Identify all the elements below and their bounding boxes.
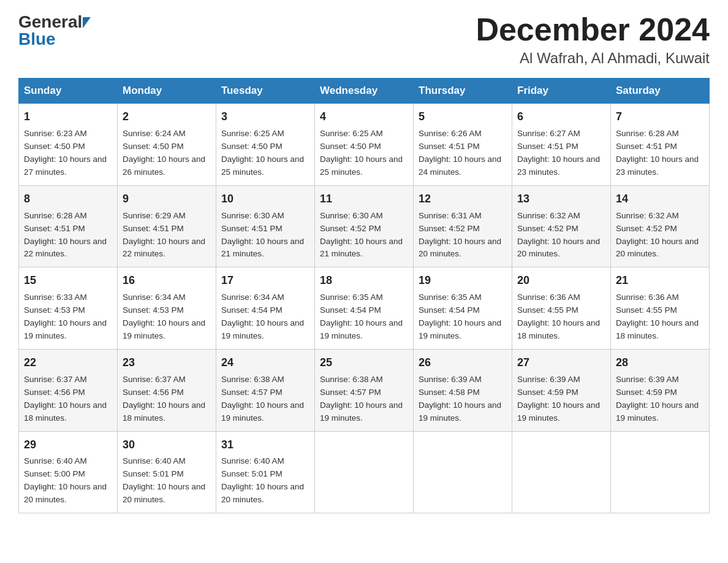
sunset-label: Sunset: 4:54 PM (419, 305, 480, 315)
daylight-label: Daylight: 10 hours and 21 minutes. (221, 237, 304, 259)
table-row: 14 Sunrise: 6:32 AM Sunset: 4:52 PM Dayl… (611, 185, 710, 267)
col-saturday: Saturday (611, 79, 710, 104)
calendar-week-row: 1 Sunrise: 6:23 AM Sunset: 4:50 PM Dayli… (19, 104, 710, 186)
sunrise-label: Sunrise: 6:27 AM (517, 129, 580, 138)
daylight-label: Daylight: 10 hours and 19 minutes. (24, 318, 107, 340)
table-row: 11 Sunrise: 6:30 AM Sunset: 4:52 PM Dayl… (315, 185, 414, 267)
table-row: 28 Sunrise: 6:39 AM Sunset: 4:59 PM Dayl… (611, 349, 710, 431)
calendar-header-row: Sunday Monday Tuesday Wednesday Thursday… (19, 79, 710, 104)
sunset-label: Sunset: 4:59 PM (616, 388, 677, 397)
table-row: 20 Sunrise: 6:36 AM Sunset: 4:55 PM Dayl… (512, 267, 611, 350)
day-number: 23 (123, 354, 211, 372)
daylight-label: Daylight: 10 hours and 19 minutes. (616, 400, 699, 423)
sunrise-label: Sunrise: 6:29 AM (123, 211, 186, 220)
col-tuesday: Tuesday (216, 79, 315, 104)
table-row: 22 Sunrise: 6:37 AM Sunset: 4:56 PM Dayl… (19, 349, 118, 431)
table-row: 26 Sunrise: 6:39 AM Sunset: 4:58 PM Dayl… (414, 349, 512, 431)
calendar-week-row: 29 Sunrise: 6:40 AM Sunset: 5:00 PM Dayl… (19, 431, 710, 513)
sunset-label: Sunset: 4:52 PM (616, 224, 677, 233)
sunrise-label: Sunrise: 6:30 AM (320, 211, 383, 220)
daylight-label: Daylight: 10 hours and 21 minutes. (320, 237, 403, 259)
sunrise-label: Sunrise: 6:30 AM (221, 211, 284, 220)
sunrise-label: Sunrise: 6:28 AM (616, 129, 679, 138)
daylight-label: Daylight: 10 hours and 18 minutes. (24, 400, 107, 423)
logo-arrow-icon (83, 17, 91, 28)
day-number: 8 (24, 191, 112, 208)
sunset-label: Sunset: 4:51 PM (616, 142, 677, 151)
sunset-label: Sunset: 4:50 PM (24, 142, 85, 151)
sunrise-label: Sunrise: 6:35 AM (419, 293, 482, 302)
sunrise-label: Sunrise: 6:39 AM (616, 375, 679, 384)
sunrise-label: Sunrise: 6:36 AM (517, 293, 580, 302)
day-number: 15 (24, 272, 112, 289)
daylight-label: Daylight: 10 hours and 22 minutes. (123, 237, 205, 259)
day-number: 20 (517, 272, 605, 289)
col-monday: Monday (118, 79, 216, 104)
daylight-label: Daylight: 10 hours and 19 minutes. (320, 400, 403, 423)
sunrise-label: Sunrise: 6:34 AM (221, 293, 284, 302)
sunset-label: Sunset: 4:51 PM (221, 224, 282, 233)
table-row: 23 Sunrise: 6:37 AM Sunset: 4:56 PM Dayl… (118, 349, 216, 431)
sunset-label: Sunset: 4:51 PM (24, 224, 85, 233)
sunrise-label: Sunrise: 6:31 AM (419, 211, 482, 220)
title-section: December 2024 Al Wafrah, Al Ahmadi, Kuwa… (476, 12, 710, 67)
day-number: 31 (221, 437, 309, 454)
daylight-label: Daylight: 10 hours and 18 minutes. (123, 400, 205, 423)
table-row: 24 Sunrise: 6:38 AM Sunset: 4:57 PM Dayl… (216, 349, 315, 431)
table-row: 31 Sunrise: 6:40 AM Sunset: 5:01 PM Dayl… (216, 431, 315, 513)
table-row: 9 Sunrise: 6:29 AM Sunset: 4:51 PM Dayli… (118, 185, 216, 267)
sunrise-label: Sunrise: 6:39 AM (419, 375, 482, 384)
sunrise-label: Sunrise: 6:40 AM (221, 456, 284, 465)
table-row (315, 431, 414, 513)
sunset-label: Sunset: 4:55 PM (517, 305, 578, 315)
col-wednesday: Wednesday (315, 79, 414, 104)
sunset-label: Sunset: 4:56 PM (123, 388, 184, 397)
daylight-label: Daylight: 10 hours and 19 minutes. (123, 318, 205, 340)
daylight-label: Daylight: 10 hours and 20 minutes. (123, 482, 205, 504)
daylight-label: Daylight: 10 hours and 18 minutes. (616, 318, 699, 340)
page-header: General Blue December 2024 Al Wafrah, Al… (18, 12, 710, 67)
daylight-label: Daylight: 10 hours and 19 minutes. (221, 318, 304, 340)
sunset-label: Sunset: 4:51 PM (123, 224, 184, 233)
calendar-week-row: 15 Sunrise: 6:33 AM Sunset: 4:53 PM Dayl… (19, 267, 710, 350)
daylight-label: Daylight: 10 hours and 20 minutes. (221, 482, 304, 504)
day-number: 1 (24, 109, 112, 126)
daylight-label: Daylight: 10 hours and 26 minutes. (123, 155, 205, 177)
day-number: 6 (517, 109, 605, 126)
daylight-label: Daylight: 10 hours and 25 minutes. (221, 155, 304, 177)
table-row: 5 Sunrise: 6:26 AM Sunset: 4:51 PM Dayli… (414, 104, 512, 186)
sunset-label: Sunset: 4:54 PM (221, 305, 282, 315)
sunset-label: Sunset: 4:57 PM (320, 388, 381, 397)
page-title: December 2024 (476, 12, 710, 47)
col-thursday: Thursday (414, 79, 512, 104)
day-number: 10 (221, 191, 309, 208)
day-number: 27 (517, 354, 605, 372)
day-number: 12 (419, 191, 507, 208)
table-row: 16 Sunrise: 6:34 AM Sunset: 4:53 PM Dayl… (118, 267, 216, 350)
day-number: 18 (320, 272, 408, 289)
day-number: 24 (221, 354, 309, 372)
sunset-label: Sunset: 4:54 PM (320, 305, 381, 315)
daylight-label: Daylight: 10 hours and 20 minutes. (616, 237, 699, 259)
sunrise-label: Sunrise: 6:33 AM (24, 293, 87, 302)
sunset-label: Sunset: 5:01 PM (123, 469, 184, 478)
sunset-label: Sunset: 4:50 PM (320, 142, 381, 151)
table-row: 7 Sunrise: 6:28 AM Sunset: 4:51 PM Dayli… (611, 104, 710, 186)
daylight-label: Daylight: 10 hours and 19 minutes. (221, 400, 304, 423)
sunrise-label: Sunrise: 6:34 AM (123, 293, 186, 302)
day-number: 29 (24, 437, 112, 454)
daylight-label: Daylight: 10 hours and 25 minutes. (320, 155, 403, 177)
table-row: 4 Sunrise: 6:25 AM Sunset: 4:50 PM Dayli… (315, 104, 414, 186)
sunrise-label: Sunrise: 6:28 AM (24, 211, 87, 220)
day-number: 5 (419, 109, 507, 126)
table-row: 19 Sunrise: 6:35 AM Sunset: 4:54 PM Dayl… (414, 267, 512, 350)
daylight-label: Daylight: 10 hours and 23 minutes. (517, 155, 600, 177)
sunrise-label: Sunrise: 6:25 AM (221, 129, 284, 138)
day-number: 21 (616, 272, 704, 289)
day-number: 19 (419, 272, 507, 289)
table-row: 10 Sunrise: 6:30 AM Sunset: 4:51 PM Dayl… (216, 185, 315, 267)
table-row: 17 Sunrise: 6:34 AM Sunset: 4:54 PM Dayl… (216, 267, 315, 350)
table-row: 25 Sunrise: 6:38 AM Sunset: 4:57 PM Dayl… (315, 349, 414, 431)
daylight-label: Daylight: 10 hours and 27 minutes. (24, 155, 107, 177)
sunset-label: Sunset: 4:50 PM (221, 142, 282, 151)
